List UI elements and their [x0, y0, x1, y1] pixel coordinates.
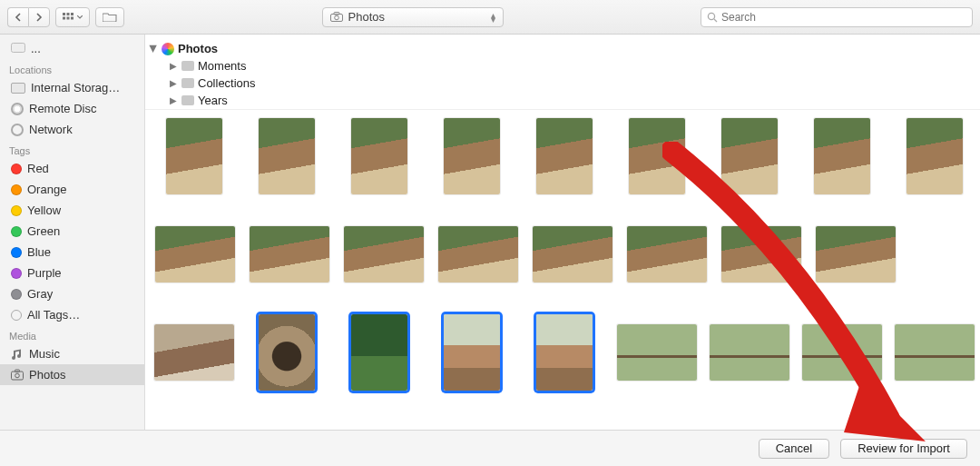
sidebar-item-tag-blue[interactable]: Blue	[0, 242, 144, 263]
photo-thumbnail[interactable]	[154, 115, 234, 197]
tag-dot-icon	[11, 226, 22, 237]
source-years[interactable]: ▶Years	[149, 92, 976, 109]
photo-thumbnail[interactable]	[247, 312, 327, 393]
photo-thumbnail[interactable]	[720, 213, 802, 295]
tag-dot-icon	[11, 268, 22, 279]
source-collections[interactable]: ▶Collections	[149, 74, 976, 92]
disclosure-triangle-icon[interactable]: ▶	[149, 45, 159, 54]
view-options-button[interactable]	[55, 7, 90, 27]
sidebar-item-tag-green[interactable]: Green	[0, 221, 144, 242]
camera-icon	[330, 12, 343, 22]
sidebar-item-tag-red[interactable]: Red	[0, 158, 144, 179]
photo-thumbnail[interactable]	[339, 312, 419, 393]
chevron-right-icon	[35, 13, 43, 22]
folder-icon	[103, 12, 117, 22]
photo-thumbnail[interactable]	[617, 312, 697, 393]
photos-app-icon	[162, 43, 174, 55]
svg-line-10	[714, 19, 717, 22]
source-list: ▶ Photos ▶Moments ▶Collections ▶Years	[145, 35, 980, 110]
location-title: Photos	[348, 10, 385, 24]
thumb-row	[154, 312, 975, 393]
thumbnail-grid[interactable]	[145, 110, 980, 430]
sidebar-item-tag-orange[interactable]: Orange	[0, 179, 144, 200]
grid-icon	[63, 13, 74, 22]
chevron-down-icon	[77, 15, 83, 19]
svg-rect-4	[67, 16, 70, 19]
search-field[interactable]	[701, 7, 973, 27]
chevron-left-icon	[15, 13, 22, 22]
svg-rect-2	[71, 13, 74, 15]
back-button[interactable]	[7, 7, 28, 27]
photo-thumbnail[interactable]	[154, 312, 234, 393]
source-root-photos[interactable]: ▶ Photos	[149, 40, 976, 57]
sidebar-item-tag-yellow[interactable]: Yellow	[0, 200, 144, 221]
svg-rect-11	[12, 44, 25, 53]
sidebar-header-media: Media	[0, 325, 144, 343]
photo-thumbnail[interactable]	[249, 213, 330, 295]
network-icon	[11, 124, 24, 136]
photo-thumbnail[interactable]	[154, 213, 236, 295]
photo-thumbnail[interactable]	[343, 213, 425, 295]
svg-rect-14	[15, 370, 20, 372]
sidebar-item-music[interactable]: Music	[0, 343, 144, 364]
nav-back-forward	[7, 7, 50, 27]
group-button[interactable]	[95, 7, 124, 27]
photo-thumbnail[interactable]	[432, 115, 512, 197]
photo-thumbnail[interactable]	[710, 312, 789, 393]
sidebar-item-truncated[interactable]: ...	[0, 38, 144, 59]
photo-thumbnail[interactable]	[339, 115, 419, 197]
source-moments[interactable]: ▶Moments	[149, 57, 976, 74]
sidebar-item-network[interactable]: Network	[0, 119, 144, 140]
photo-thumbnail[interactable]	[532, 213, 613, 295]
internal-storage-icon	[11, 83, 25, 94]
photo-thumbnail[interactable]	[815, 213, 897, 295]
disclosure-triangle-icon[interactable]: ▶	[169, 95, 178, 105]
thumb-row	[154, 115, 975, 197]
cancel-button[interactable]: Cancel	[759, 439, 829, 459]
drive-icon	[11, 43, 25, 54]
sidebar-item-tag-purple[interactable]: Purple	[0, 263, 144, 283]
photo-thumbnail[interactable]	[617, 115, 697, 197]
footer-bar: Cancel Review for Import	[0, 430, 980, 466]
disclosure-triangle-icon[interactable]: ▶	[169, 78, 178, 88]
photo-thumbnail[interactable]	[626, 213, 708, 295]
location-popup[interactable]: Photos ▴▾	[322, 7, 504, 27]
photo-thumbnail[interactable]	[524, 312, 604, 393]
photo-thumbnail[interactable]	[247, 115, 327, 197]
folder-icon	[181, 61, 194, 71]
sidebar-item-remote-disc[interactable]: Remote Disc	[0, 98, 144, 119]
sidebar-item-all-tags[interactable]: All Tags…	[0, 304, 144, 325]
forward-button[interactable]	[28, 7, 50, 27]
svg-rect-0	[63, 13, 65, 15]
svg-rect-8	[334, 13, 339, 15]
sidebar-item-photos[interactable]: Photos	[0, 364, 144, 385]
tag-dot-icon	[11, 205, 22, 216]
photo-thumbnail[interactable]	[710, 115, 789, 197]
search-input[interactable]	[721, 11, 966, 24]
tag-dot-icon	[11, 164, 22, 174]
toolbar: Photos ▴▾	[0, 0, 980, 35]
tag-dot-icon	[11, 289, 22, 300]
sidebar-header-tags: Tags	[0, 140, 144, 158]
svg-rect-1	[67, 13, 70, 15]
photo-thumbnail[interactable]	[802, 115, 882, 197]
camera-icon	[11, 369, 24, 382]
search-icon	[707, 12, 718, 23]
folder-icon	[181, 95, 194, 105]
disc-icon	[11, 103, 24, 115]
svg-point-7	[334, 15, 338, 20]
music-icon	[11, 348, 24, 361]
thumb-row	[154, 213, 975, 295]
sidebar-item-tag-gray[interactable]: Gray	[0, 283, 144, 304]
sidebar-item-internal-storage[interactable]: Internal Storag…	[0, 77, 144, 98]
photo-thumbnail[interactable]	[524, 115, 604, 197]
disclosure-triangle-icon[interactable]: ▶	[169, 61, 178, 71]
svg-point-9	[708, 13, 714, 19]
tag-dot-icon	[11, 247, 22, 258]
photo-thumbnail[interactable]	[895, 115, 975, 197]
photo-thumbnail[interactable]	[432, 312, 512, 393]
photo-thumbnail[interactable]	[802, 312, 882, 393]
photo-thumbnail[interactable]	[437, 213, 519, 295]
photo-thumbnail[interactable]	[895, 312, 975, 393]
review-for-import-button[interactable]: Review for Import	[840, 439, 967, 459]
